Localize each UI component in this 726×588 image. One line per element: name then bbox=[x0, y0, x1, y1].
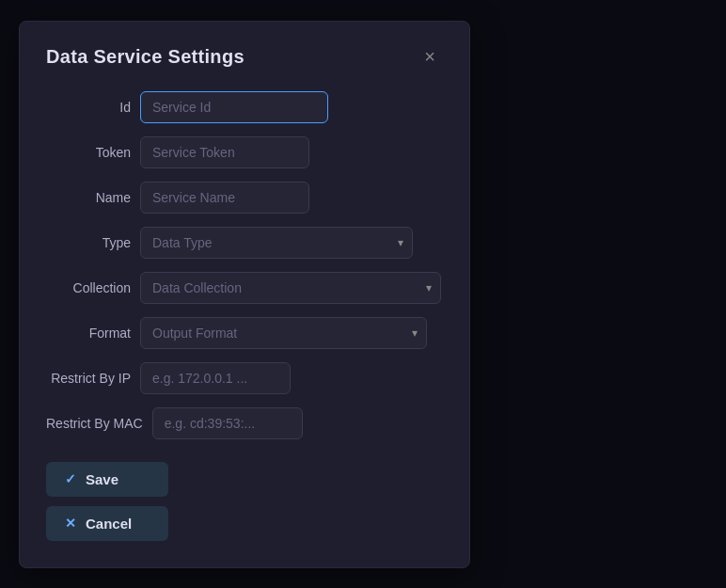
token-row: Token bbox=[46, 136, 443, 168]
cancel-label: Cancel bbox=[86, 516, 132, 532]
type-label: Type bbox=[46, 235, 131, 250]
restrict-mac-row: Restrict By MAC bbox=[46, 407, 443, 439]
close-button[interactable]: × bbox=[417, 44, 443, 71]
collection-row: Collection Data Collection ▾ bbox=[46, 272, 443, 304]
save-label: Save bbox=[86, 471, 118, 487]
overlay: Data Service Settings × Id Token Name Ty… bbox=[0, 0, 726, 588]
id-label: Id bbox=[46, 100, 131, 115]
dialog: Data Service Settings × Id Token Name Ty… bbox=[19, 21, 470, 568]
button-row: ✓ Save ✕ Cancel bbox=[46, 462, 443, 541]
format-select[interactable]: Output Format bbox=[140, 317, 427, 349]
dialog-title: Data Service Settings bbox=[46, 46, 245, 68]
name-row: Name bbox=[46, 182, 443, 214]
save-icon: ✓ bbox=[65, 471, 76, 486]
restrict-ip-row: Restrict By IP bbox=[46, 362, 443, 394]
restrict-ip-input[interactable] bbox=[140, 362, 291, 394]
token-label: Token bbox=[46, 145, 131, 160]
collection-select-wrapper: Data Collection ▾ bbox=[140, 272, 441, 304]
id-input[interactable] bbox=[140, 91, 328, 123]
type-row: Type Data Type ▾ bbox=[46, 227, 443, 259]
dialog-header: Data Service Settings × bbox=[46, 44, 443, 71]
format-select-wrapper: Output Format ▾ bbox=[140, 317, 427, 349]
name-input[interactable] bbox=[140, 182, 309, 214]
restrict-ip-label: Restrict By IP bbox=[46, 371, 131, 386]
collection-select[interactable]: Data Collection bbox=[140, 272, 441, 304]
restrict-mac-input[interactable] bbox=[152, 407, 303, 439]
restrict-mac-label: Restrict By MAC bbox=[46, 416, 143, 431]
type-select-wrapper: Data Type ▾ bbox=[140, 227, 413, 259]
save-button[interactable]: ✓ Save bbox=[46, 462, 168, 497]
name-label: Name bbox=[46, 190, 131, 205]
id-row: Id bbox=[46, 91, 443, 123]
type-select[interactable]: Data Type bbox=[140, 227, 413, 259]
collection-label: Collection bbox=[46, 280, 131, 295]
format-row: Format Output Format ▾ bbox=[46, 317, 443, 349]
cancel-icon: ✕ bbox=[65, 516, 76, 531]
cancel-button[interactable]: ✕ Cancel bbox=[46, 506, 168, 541]
token-input[interactable] bbox=[140, 136, 309, 168]
format-label: Format bbox=[46, 326, 131, 341]
